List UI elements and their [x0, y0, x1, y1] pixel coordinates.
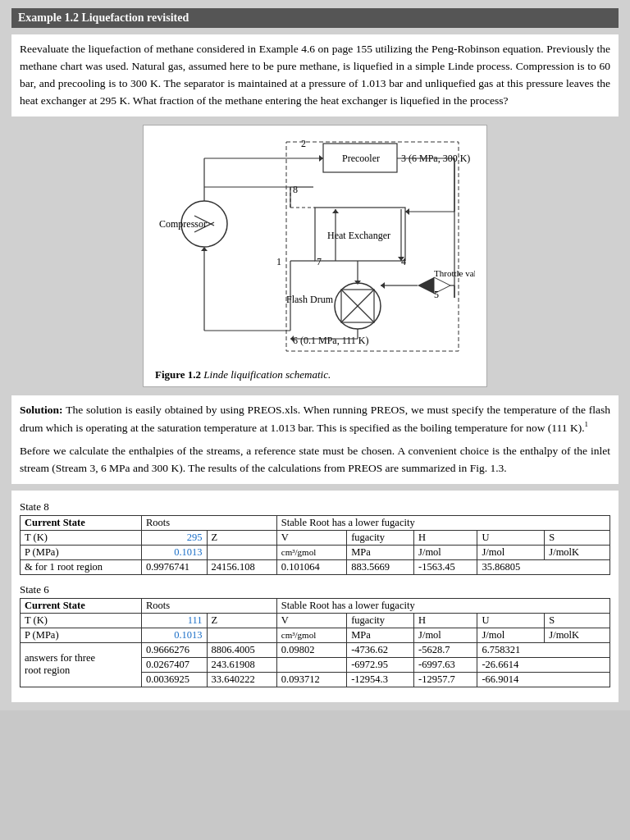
state6-S-label: S [545, 613, 610, 628]
state6-stable-root-header: Stable Root has a lower fugacity [276, 598, 609, 613]
state8-P-label: P (MPa) [21, 545, 142, 559]
state6-V-unit: cm³/gmol [276, 628, 346, 642]
state6-P-row: P (MPa) 0.1013 cm³/gmol MPa J/mol J/mol … [21, 628, 610, 642]
state8-data-row: & for 1 root region 0.9976741 24156.108 … [21, 559, 610, 574]
state8-P-value: 0.1013 [141, 545, 207, 559]
svg-text:1: 1 [276, 256, 281, 267]
svg-marker-43 [418, 277, 434, 294]
state6-U-label: U [477, 613, 545, 628]
state8-H-label: H [414, 530, 477, 545]
state8-T-label: T (K) [21, 530, 142, 545]
state6-H-unit: J/mol [414, 628, 477, 642]
state6-roots-header: Roots [141, 598, 276, 613]
state6-H2: -6972.95 [347, 657, 414, 672]
state8-S-label: S [545, 530, 610, 545]
state6-answers-label1: answers for three [25, 652, 95, 664]
state6-S2: -26.6614 [477, 657, 610, 672]
state8-V-unit: cm³/gmol [276, 545, 346, 559]
state8-U-unit: J/mol [477, 545, 545, 559]
state8-fugacity-value: 0.101064 [276, 559, 346, 574]
intro-text: Reevaluate the liquefaction of methane c… [20, 43, 610, 107]
state8-Z-value: 0.9976741 [141, 559, 207, 574]
state8-U-value: -1563.45 [414, 559, 477, 574]
state6-f1: 0.09802 [276, 642, 346, 657]
state6-fugacity-unit: MPa [347, 628, 414, 642]
svg-marker-31 [201, 247, 208, 251]
state6-P-value: 0.1013 [141, 628, 207, 642]
figure-caption-italic: Linde liquification schematic. [201, 368, 331, 381]
state6-U2: -6997.63 [414, 657, 477, 672]
state8-P-row: P (MPa) 0.1013 cm³/gmol MPa J/mol J/mol … [21, 545, 610, 559]
state6-S3: -66.9014 [477, 672, 610, 687]
state6-S1: 6.758321 [477, 642, 610, 657]
page: Example 1.2 Liquefaction revisited Reeva… [0, 0, 630, 710]
state6-S-unit: J/molK [545, 628, 610, 642]
state6-data-row1: answers for three root region 0.9666276 … [21, 642, 610, 657]
state6-H3: -12954.3 [347, 672, 414, 687]
state6-answers-label: answers for three root region [21, 642, 142, 687]
footnote-1: 1 [585, 420, 589, 428]
state6-current-state-header: Current State [21, 598, 142, 613]
state6-empty [207, 628, 276, 642]
state6-Z1: 0.9666276 [141, 642, 207, 657]
state6-f3: 0.093712 [276, 672, 346, 687]
state8-fugacity-label: fugacity [347, 530, 414, 545]
svg-text:5: 5 [434, 289, 439, 300]
state6-U-unit: J/mol [477, 628, 545, 642]
state8-fugacity-unit: MPa [347, 545, 414, 559]
tables-section: State 8 Current State Roots Stable Root … [11, 491, 619, 702]
state6-fugacity-label: fugacity [347, 613, 414, 628]
svg-text:7: 7 [317, 256, 322, 267]
state6-Z2: 0.0267407 [141, 657, 207, 672]
state8-Z-label: Z [207, 530, 276, 545]
svg-text:Throttle valve: Throttle valve [434, 268, 475, 278]
state8-region-label: & for 1 root region [21, 559, 142, 574]
linde-diagram: Compressor Precooler 2 3 (6 MPa, 300 K) … [155, 134, 475, 363]
state8-S-unit: J/molK [545, 545, 610, 559]
state6-header-row: Current State Roots Stable Root has a lo… [21, 598, 610, 613]
state8-V-label: V [276, 530, 346, 545]
state6-U1: -5628.7 [414, 642, 477, 657]
svg-marker-25 [405, 208, 409, 215]
state8-T-value: 295 [141, 530, 207, 545]
diagram-container: Compressor Precooler 2 3 (6 MPa, 300 K) … [143, 125, 487, 387]
state8-table: Current State Roots Stable Root has a lo… [20, 515, 610, 575]
state6-T-label: T (K) [21, 613, 142, 628]
state6-V3: 33.640222 [207, 672, 276, 687]
svg-text:Flash Drum: Flash Drum [286, 294, 334, 305]
state6-table: Current State Roots Stable Root has a lo… [20, 598, 610, 687]
state6-Z-label: Z [207, 613, 276, 628]
solution-para2: Before we calculate the enthalpies of th… [20, 443, 610, 477]
svg-text:8: 8 [293, 184, 298, 195]
state8-V-value: 24156.108 [207, 559, 276, 574]
state6-T-value: 111 [141, 613, 207, 628]
state8-stable-root-header: Stable Root has a lower fugacity [276, 515, 609, 530]
state6-V1: 8806.4005 [207, 642, 276, 657]
state8-H-unit: J/mol [414, 545, 477, 559]
state6-Z3: 0.0036925 [141, 672, 207, 687]
svg-text:2: 2 [301, 138, 306, 149]
state6-H-label: H [414, 613, 477, 628]
state6-U3: -12957.7 [414, 672, 477, 687]
state8-label: State 8 [20, 500, 610, 514]
svg-text:Precooler: Precooler [342, 153, 380, 164]
state6-P-label: P (MPa) [21, 628, 142, 642]
solution-bold: Solution: [20, 404, 63, 416]
state8-S-value: 35.86805 [477, 559, 610, 574]
figure-caption-bold: Figure 1.2 [155, 368, 201, 381]
state6-V-label: V [276, 613, 346, 628]
example-title: Example 1.2 Liquefaction revisited [18, 11, 189, 24]
state8-header-row: Current State Roots Stable Root has a lo… [21, 515, 610, 530]
state8-U-label: U [477, 530, 545, 545]
state8-empty [207, 545, 276, 559]
state8-H-value: 883.5669 [347, 559, 414, 574]
state6-T-row: T (K) 111 Z V fugacity H U S [21, 613, 610, 628]
solution-section: Solution: The solution is easily obtaine… [11, 395, 619, 484]
solution-para1: Solution: The solution is easily obtaine… [20, 402, 610, 436]
state6-label: State 6 [20, 583, 610, 596]
figure-caption: Figure 1.2 Linde liquification schematic… [152, 368, 478, 381]
svg-marker-10 [319, 155, 323, 162]
state6-answers-label2: root region [25, 664, 70, 676]
svg-text:Compressor: Compressor [159, 218, 207, 230]
state6-empty2 [276, 657, 346, 672]
